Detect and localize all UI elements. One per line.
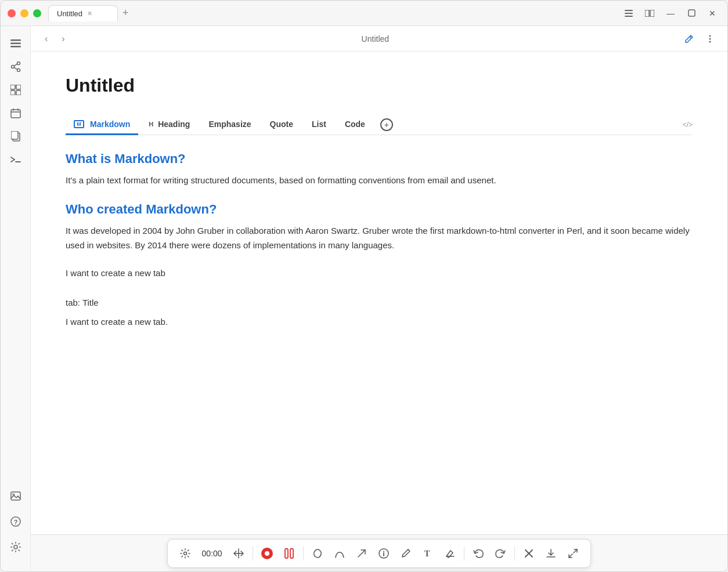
tab-quote[interactable]: Quote	[262, 115, 301, 135]
svg-rect-5	[689, 10, 695, 16]
tab-markdown[interactable]: M Markdown	[66, 115, 138, 135]
section-2-body: It was developed in 2004 by John Gruber …	[66, 224, 693, 253]
settings-toolbar-button[interactable]	[175, 543, 196, 564]
document-area: Untitled M Markdown H Heading Emphasize	[31, 52, 727, 534]
window-maximize-button[interactable]	[33, 9, 41, 17]
grid-icon[interactable]	[5, 79, 26, 100]
recording-toolbar: 00:00	[167, 539, 590, 568]
maximize-button[interactable]	[683, 5, 700, 21]
list-tab-label: List	[312, 120, 326, 129]
heading-tab-label: Heading	[158, 120, 190, 129]
move-button[interactable]	[228, 543, 249, 564]
svg-rect-4	[650, 10, 654, 17]
back-button[interactable]: ‹	[40, 31, 52, 46]
tab-heading[interactable]: H Heading	[140, 115, 198, 135]
nav-buttons: ‹ ›	[40, 31, 70, 46]
svg-point-40	[383, 551, 384, 552]
quote-tab-label: Quote	[270, 120, 293, 129]
svg-point-29	[14, 545, 17, 549]
redo-button[interactable]	[490, 543, 511, 564]
code-toggle-button[interactable]: </>	[683, 121, 693, 129]
svg-point-33	[709, 41, 711, 42]
section-1-body: It's a plain text format for writing str…	[66, 173, 693, 188]
copy-icon[interactable]	[5, 126, 26, 147]
topbar: ‹ › Untitled	[31, 26, 727, 52]
markdown-tab-label: Markdown	[90, 120, 130, 129]
new-tab-button[interactable]: +	[122, 7, 129, 19]
terminal-icon[interactable]	[5, 149, 26, 170]
svg-rect-0	[625, 10, 633, 11]
svg-rect-8	[10, 46, 21, 48]
tab-close-button[interactable]: ✕	[87, 10, 92, 17]
svg-point-11	[11, 66, 14, 68]
section-2-heading: Who created Markdown?	[66, 202, 693, 217]
plain-line-3: tab: Title	[66, 296, 693, 310]
document-title: Untitled	[66, 75, 693, 96]
lasso-button[interactable]	[307, 543, 328, 564]
tab-code[interactable]: Code	[337, 115, 373, 135]
tab-list-button[interactable]	[621, 5, 637, 21]
eraser-button[interactable]	[439, 543, 460, 564]
minimize-button[interactable]: —	[662, 5, 679, 21]
info-button[interactable]	[373, 543, 394, 564]
svg-rect-36	[290, 549, 293, 558]
svg-text:T: T	[424, 549, 430, 558]
forward-button[interactable]: ›	[57, 31, 69, 46]
svg-point-32	[709, 38, 711, 39]
svg-rect-15	[16, 85, 21, 89]
emphasize-tab-label: Emphasize	[208, 120, 251, 129]
tab-list[interactable]: List	[304, 115, 334, 135]
svg-line-46	[574, 549, 577, 553]
help-icon[interactable]: ?	[5, 511, 26, 532]
undo-button[interactable]	[468, 543, 489, 564]
calendar-icon[interactable]	[5, 103, 26, 124]
svg-line-47	[569, 554, 572, 557]
code-tab-label: Code	[345, 120, 365, 129]
heading-prefix: H	[149, 121, 153, 128]
browser-tab[interactable]: Untitled ✕	[48, 5, 118, 21]
expand-button[interactable]	[563, 543, 583, 564]
arrow-button[interactable]	[351, 543, 372, 564]
svg-point-10	[17, 69, 20, 72]
close-button[interactable]: ✕	[704, 5, 720, 21]
markdown-tab-icon: M	[74, 120, 84, 128]
plain-line-1: I want to create a new tab	[66, 266, 693, 281]
tab-emphasize[interactable]: Emphasize	[200, 115, 259, 135]
section-1-heading: What is Markdown?	[66, 151, 693, 166]
svg-rect-2	[625, 16, 633, 17]
curve-button[interactable]	[329, 543, 350, 564]
download-button[interactable]	[540, 543, 561, 564]
edit-icon[interactable]	[681, 31, 697, 47]
discard-button[interactable]	[518, 543, 539, 564]
tab-title: Untitled	[57, 9, 82, 18]
add-tab-button[interactable]: +	[380, 118, 393, 131]
svg-point-34	[184, 552, 187, 555]
svg-line-13	[14, 67, 17, 70]
plain-line-4: I want to create a new tab.	[66, 315, 693, 330]
svg-rect-6	[10, 39, 21, 41]
text-button[interactable]: T	[417, 543, 438, 564]
sidebar: ?	[1, 26, 31, 571]
record-button[interactable]	[257, 543, 277, 564]
pen-button[interactable]	[395, 543, 416, 564]
svg-rect-1	[625, 13, 633, 14]
svg-rect-23	[11, 131, 18, 139]
window-close-button[interactable]	[8, 9, 16, 17]
svg-rect-7	[10, 43, 21, 45]
main-panel: ‹ › Untitled Untitled	[31, 26, 727, 571]
sidebar-toggle-icon[interactable]	[5, 33, 26, 54]
svg-rect-18	[11, 110, 20, 118]
more-icon[interactable]	[702, 31, 718, 47]
pause-button[interactable]	[279, 543, 300, 564]
svg-rect-3	[645, 10, 649, 17]
record-indicator	[261, 548, 273, 559]
svg-rect-25	[11, 492, 20, 500]
window-minimize-button[interactable]	[20, 9, 28, 17]
format-toolbar: M Markdown H Heading Emphasize Quote Lis	[66, 115, 693, 135]
settings-icon[interactable]	[5, 537, 26, 557]
svg-rect-35	[285, 549, 288, 558]
share-icon[interactable]	[5, 56, 26, 77]
svg-line-37	[358, 550, 365, 557]
split-view-button[interactable]	[641, 5, 658, 21]
image-placeholder-icon[interactable]	[5, 486, 26, 506]
